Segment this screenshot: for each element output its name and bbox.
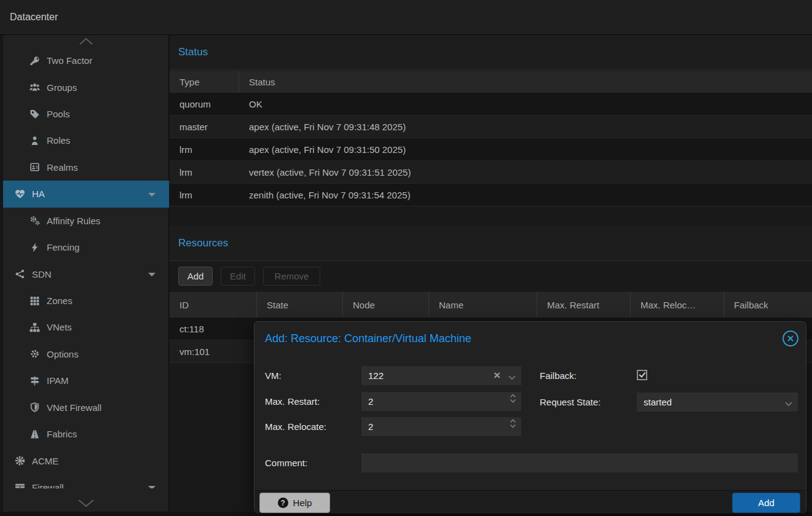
comment-label: Comment: bbox=[265, 453, 307, 472]
sidebar-item-label: Options bbox=[47, 349, 79, 359]
sidebar-item-label: Firewall bbox=[32, 482, 64, 488]
column-header-max-restart[interactable]: Max. Restart bbox=[537, 292, 631, 318]
table-cell: ct:118 bbox=[170, 318, 257, 340]
spinner-icons[interactable] bbox=[510, 394, 516, 403]
sidebar-item-fabrics[interactable]: Fabrics bbox=[3, 421, 169, 447]
comment-field[interactable] bbox=[361, 453, 798, 472]
chevron-down-icon[interactable] bbox=[148, 193, 156, 197]
spinner-icons[interactable] bbox=[510, 419, 516, 428]
table-cell: master bbox=[170, 115, 239, 138]
scroll-down-icon[interactable] bbox=[3, 495, 169, 512]
dialog-title: Add: Resource: Container/Virtual Machine bbox=[265, 332, 471, 345]
chevron-down-icon[interactable] bbox=[148, 273, 156, 276]
app-root: Datacenter Two FactorGroupsPoolsRolesRea… bbox=[0, 0, 812, 516]
dialog-footer: ? Help Add bbox=[254, 490, 806, 514]
failback-checkbox[interactable] bbox=[637, 370, 647, 380]
table-cell: apex (active, Fri Nov 7 09:31:48 2025) bbox=[239, 115, 812, 138]
scroll-up-icon[interactable] bbox=[3, 35, 169, 47]
column-header-name[interactable]: Name bbox=[429, 292, 537, 318]
help-button[interactable]: ? Help bbox=[259, 493, 330, 513]
column-header-node[interactable]: Node bbox=[343, 292, 429, 318]
page-title: Datacenter bbox=[10, 0, 58, 34]
chevron-down-icon[interactable] bbox=[148, 486, 156, 488]
max-relocate-stepper[interactable]: 2 bbox=[361, 417, 521, 436]
add-resource-dialog: Add: Resource: Container/Virtual Machine… bbox=[254, 321, 806, 514]
resources-table-header: IDStateNodeNameMax. RestartMax. Reloc…Fa… bbox=[170, 292, 812, 318]
sidebar-item-realms[interactable]: Realms bbox=[3, 154, 169, 181]
sidebar-item-label: Realms bbox=[47, 162, 78, 173]
column-header-status[interactable]: Status bbox=[239, 71, 812, 93]
question-icon: ? bbox=[278, 498, 288, 508]
table-cell: vm:101 bbox=[170, 340, 257, 362]
resources-toolbar: AddEditRemove bbox=[170, 261, 812, 292]
table-row[interactable]: lrmvertex (active, Fri Nov 7 09:31:51 20… bbox=[170, 161, 812, 184]
edit-button[interactable]: Edit bbox=[221, 267, 255, 286]
sidebar-item-label: Groups bbox=[47, 82, 77, 93]
sidebar-item-affinity-rules[interactable]: Affinity Rules bbox=[3, 208, 169, 234]
sidebar-item-ipam[interactable]: IPAM bbox=[3, 367, 169, 394]
sidebar-item-label: VNet Firewall bbox=[47, 402, 101, 413]
request-state-label: Request State: bbox=[540, 393, 601, 412]
sidebar-item-label: Fencing bbox=[47, 242, 79, 252]
sitemap-icon bbox=[30, 322, 40, 332]
table-row[interactable]: masterapex (active, Fri Nov 7 09:31:48 2… bbox=[170, 115, 812, 138]
sidebar-item-pools[interactable]: Pools bbox=[3, 101, 169, 127]
sidebar-item-vnet-firewall[interactable]: VNet Firewall bbox=[3, 394, 169, 420]
tag-icon bbox=[30, 109, 40, 119]
table-cell: vertex (active, Fri Nov 7 09:31:51 2025) bbox=[239, 161, 812, 183]
table-row[interactable]: lrmapex (active, Fri Nov 7 09:31:50 2025… bbox=[170, 138, 812, 161]
grid-icon bbox=[30, 295, 40, 306]
sidebar-item-two-factor[interactable]: Two Factor bbox=[3, 47, 169, 74]
sidebar-item-ha[interactable]: HA bbox=[3, 181, 169, 207]
help-button-label: Help bbox=[293, 498, 312, 508]
max-restart-label: Max. Restart: bbox=[265, 392, 320, 411]
resources-section-header: Resources bbox=[170, 226, 812, 261]
chevron-down-icon[interactable] bbox=[784, 398, 793, 408]
table-cell: lrm bbox=[170, 184, 239, 206]
column-header-state[interactable]: State bbox=[257, 292, 343, 318]
shield-icon bbox=[30, 402, 40, 413]
road-icon bbox=[30, 429, 40, 439]
table-row[interactable]: lrmzenith (active, Fri Nov 7 09:31:54 20… bbox=[170, 184, 812, 206]
failback-label: Failback: bbox=[540, 366, 577, 385]
gear-icon bbox=[30, 349, 40, 359]
table-row[interactable]: quorumOK bbox=[170, 93, 812, 115]
vm-label: VM: bbox=[265, 366, 282, 385]
close-icon[interactable] bbox=[782, 330, 798, 346]
sidebar-item-groups[interactable]: Groups bbox=[3, 74, 169, 100]
sidebar-item-roles[interactable]: Roles bbox=[3, 127, 169, 154]
column-header-id[interactable]: ID bbox=[170, 292, 257, 318]
sidebar-item-label: Pools bbox=[47, 109, 70, 119]
sidebar-item-fencing[interactable]: Fencing bbox=[3, 234, 169, 260]
sidebar-item-vnets[interactable]: VNets bbox=[3, 314, 169, 340]
vm-combobox[interactable]: 122 × bbox=[361, 366, 521, 385]
signpost-icon bbox=[30, 375, 40, 386]
table-cell: zenith (active, Fri Nov 7 09:31:54 2025) bbox=[239, 184, 812, 206]
table-cell: apex (active, Fri Nov 7 09:31:50 2025) bbox=[239, 138, 812, 160]
clear-icon[interactable]: × bbox=[494, 369, 500, 382]
max-restart-value: 2 bbox=[361, 396, 373, 407]
sidebar-item-zones[interactable]: Zones bbox=[3, 287, 169, 314]
burst-icon bbox=[15, 456, 25, 466]
request-state-value: started bbox=[637, 397, 672, 407]
sidebar-item-firewall[interactable]: Firewall bbox=[3, 474, 169, 488]
remove-button[interactable]: Remove bbox=[263, 267, 320, 286]
request-state-select[interactable]: started bbox=[637, 393, 798, 412]
chevron-down-icon[interactable] bbox=[508, 372, 516, 382]
sidebar-item-options[interactable]: Options bbox=[3, 341, 169, 367]
sidebar-item-label: Zones bbox=[47, 295, 73, 306]
status-table-header: TypeStatus bbox=[170, 71, 812, 93]
add-submit-button[interactable]: Add bbox=[732, 493, 800, 513]
column-header-type[interactable]: Type bbox=[170, 71, 239, 93]
add-button[interactable]: Add bbox=[178, 267, 213, 286]
column-header-failback[interactable]: Failback bbox=[724, 292, 812, 318]
max-restart-stepper[interactable]: 2 bbox=[361, 392, 521, 411]
bolt-icon bbox=[30, 242, 40, 252]
status-table: TypeStatusquorumOKmasterapex (active, Fr… bbox=[170, 71, 812, 206]
sidebar-item-sdn[interactable]: SDN bbox=[3, 260, 169, 287]
vm-value: 122 bbox=[361, 370, 384, 381]
column-header-max-reloc[interactable]: Max. Reloc… bbox=[631, 292, 724, 318]
spinner-down-icon bbox=[510, 424, 516, 428]
spinner-up-icon bbox=[510, 394, 516, 398]
sidebar-item-acme[interactable]: ACME bbox=[3, 447, 169, 474]
